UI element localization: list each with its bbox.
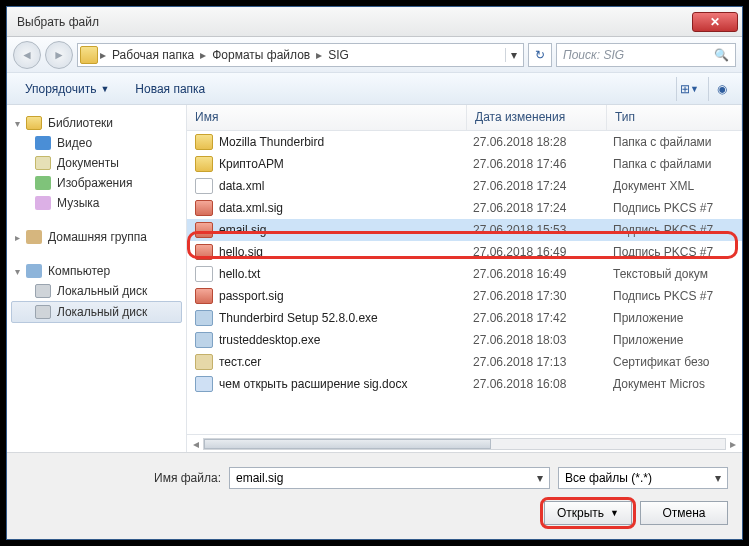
footer: Имя файла: email.sig ▾ Все файлы (*.*) ▾… — [7, 452, 742, 539]
file-type: Документ XML — [613, 179, 742, 193]
file-list: Mozilla Thunderbird27.06.2018 18:28Папка… — [187, 131, 742, 434]
column-name[interactable]: Имя — [187, 105, 467, 130]
toolbar: Упорядочить ▼ Новая папка ⊞ ▼ ◉ — [7, 73, 742, 105]
file-row[interactable]: email.sig27.06.2018 15:53Подпись PKCS #7 — [187, 219, 742, 241]
docx-icon — [195, 376, 213, 392]
address-dropdown[interactable]: ▾ — [505, 48, 521, 62]
search-input[interactable]: Поиск: SIG 🔍 — [556, 43, 736, 67]
filename-label: Имя файла: — [21, 471, 221, 485]
breadcrumb-3[interactable]: SIG — [324, 46, 353, 64]
disk-icon — [35, 305, 51, 319]
homegroup-icon — [26, 230, 42, 244]
documents-icon — [35, 156, 51, 170]
collapse-icon: ▾ — [15, 266, 20, 277]
forward-button[interactable]: ► — [45, 41, 73, 69]
horizontal-scrollbar[interactable]: ◂ ▸ — [187, 434, 742, 452]
sidebar-item-images[interactable]: Изображения — [11, 173, 182, 193]
file-type: Подпись PKCS #7 — [613, 223, 742, 237]
file-name: hello.sig — [219, 245, 473, 259]
file-date: 27.06.2018 16:49 — [473, 267, 613, 281]
folder-icon — [195, 156, 213, 172]
sig-icon — [195, 288, 213, 304]
file-type: Подпись PKCS #7 — [613, 201, 742, 215]
file-date: 27.06.2018 16:49 — [473, 245, 613, 259]
file-date: 27.06.2018 17:46 — [473, 157, 613, 171]
file-row[interactable]: КриптоАРМ27.06.2018 17:46Папка с файлами — [187, 153, 742, 175]
view-options-button[interactable]: ⊞ ▼ — [676, 77, 702, 101]
sidebar-item-disk-2[interactable]: Локальный диск — [11, 301, 182, 323]
file-row[interactable]: passport.sig27.06.2018 17:30Подпись PKCS… — [187, 285, 742, 307]
breadcrumb-2[interactable]: Форматы файлов — [208, 46, 314, 64]
column-headers: Имя Дата изменения Тип — [187, 105, 742, 131]
sidebar-item-documents[interactable]: Документы — [11, 153, 182, 173]
file-date: 27.06.2018 17:30 — [473, 289, 613, 303]
organize-button[interactable]: Упорядочить ▼ — [15, 78, 119, 100]
file-type: Папка с файлами — [613, 135, 742, 149]
cer-icon — [195, 354, 213, 370]
xml-icon — [195, 178, 213, 194]
file-name: Mozilla Thunderbird — [219, 135, 473, 149]
cancel-button[interactable]: Отмена — [640, 501, 728, 525]
help-button[interactable]: ◉ — [708, 77, 734, 101]
new-folder-button[interactable]: Новая папка — [125, 78, 215, 100]
file-type: Текстовый докум — [613, 267, 742, 281]
back-button[interactable]: ◄ — [13, 41, 41, 69]
file-name: КриптоАРМ — [219, 157, 473, 171]
sidebar-computer[interactable]: ▾ Компьютер — [11, 261, 182, 281]
chevron-down-icon: ▾ — [537, 471, 543, 485]
sidebar-item-disk-1[interactable]: Локальный диск — [11, 281, 182, 301]
file-list-area: Имя Дата изменения Тип Mozilla Thunderbi… — [187, 105, 742, 452]
file-row[interactable]: hello.txt27.06.2018 16:49Текстовый докум — [187, 263, 742, 285]
file-row[interactable]: чем открыть расширение sig.docx27.06.201… — [187, 373, 742, 395]
file-type: Папка с файлами — [613, 157, 742, 171]
sidebar-libraries[interactable]: ▾ Библиотеки — [11, 113, 182, 133]
video-icon — [35, 136, 51, 150]
address-bar[interactable]: ▸ Рабочая папка ▸ Форматы файлов ▸ SIG ▾ — [77, 43, 524, 67]
file-date: 27.06.2018 17:13 — [473, 355, 613, 369]
file-name: email.sig — [219, 223, 473, 237]
collapse-icon: ▸ — [15, 232, 20, 243]
chevron-down-icon: ▼ — [100, 84, 109, 94]
close-icon: ✕ — [710, 15, 720, 29]
file-row[interactable]: тест.cer27.06.2018 17:13Сертификат безо — [187, 351, 742, 373]
folder-icon — [80, 46, 98, 64]
file-type: Подпись PKCS #7 — [613, 289, 742, 303]
file-row[interactable]: trusteddesktop.exe27.06.2018 18:03Прилож… — [187, 329, 742, 351]
filename-input[interactable]: email.sig ▾ — [229, 467, 550, 489]
music-icon — [35, 196, 51, 210]
sidebar-item-music[interactable]: Музыка — [11, 193, 182, 213]
file-date: 27.06.2018 18:03 — [473, 333, 613, 347]
search-icon: 🔍 — [714, 48, 729, 62]
column-date[interactable]: Дата изменения — [467, 105, 607, 130]
file-row[interactable]: data.xml.sig27.06.2018 17:24Подпись PKCS… — [187, 197, 742, 219]
sidebar-item-video[interactable]: Видео — [11, 133, 182, 153]
exe-icon — [195, 332, 213, 348]
file-name: Thunderbird Setup 52.8.0.exe — [219, 311, 473, 325]
file-row[interactable]: Thunderbird Setup 52.8.0.exe27.06.2018 1… — [187, 307, 742, 329]
file-row[interactable]: data.xml27.06.2018 17:24Документ XML — [187, 175, 742, 197]
chevron-down-icon: ▾ — [715, 471, 721, 485]
file-date: 27.06.2018 17:24 — [473, 201, 613, 215]
file-type-filter[interactable]: Все файлы (*.*) ▾ — [558, 467, 728, 489]
dialog-title: Выбрать файл — [17, 15, 692, 29]
titlebar: Выбрать файл ✕ — [7, 7, 742, 37]
file-row[interactable]: Mozilla Thunderbird27.06.2018 18:28Папка… — [187, 131, 742, 153]
file-name: чем открыть расширение sig.docx — [219, 377, 473, 391]
file-name: trusteddesktop.exe — [219, 333, 473, 347]
file-open-dialog: Выбрать файл ✕ ◄ ► ▸ Рабочая папка ▸ Фор… — [6, 6, 743, 540]
open-button[interactable]: Открыть ▼ — [544, 501, 632, 525]
column-type[interactable]: Тип — [607, 105, 742, 130]
collapse-icon: ▾ — [15, 118, 20, 129]
refresh-button[interactable]: ↻ — [528, 43, 552, 67]
sig-icon — [195, 200, 213, 216]
images-icon — [35, 176, 51, 190]
txt-icon — [195, 266, 213, 282]
file-row[interactable]: hello.sig27.06.2018 16:49Подпись PKCS #7 — [187, 241, 742, 263]
sidebar-homegroup[interactable]: ▸ Домашняя группа — [11, 227, 182, 247]
file-name: passport.sig — [219, 289, 473, 303]
file-date: 27.06.2018 16:08 — [473, 377, 613, 391]
file-name: тест.cer — [219, 355, 473, 369]
breadcrumb-1[interactable]: Рабочая папка — [108, 46, 198, 64]
sig-icon — [195, 244, 213, 260]
close-button[interactable]: ✕ — [692, 12, 738, 32]
